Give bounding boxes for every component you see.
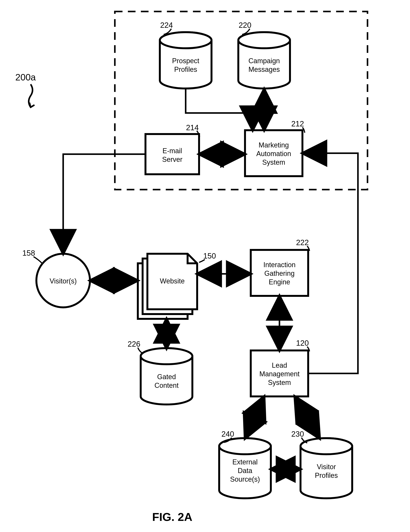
lead-mgmt-line3: System [268, 379, 291, 387]
email-server-line2: Server [162, 155, 182, 163]
website-line1: Website [160, 277, 185, 285]
gated-content-ref: 226 [128, 340, 140, 348]
ref-leader-158 [34, 256, 42, 263]
visitors-ref: 158 [22, 249, 35, 257]
external-data-line2: Data [238, 467, 252, 475]
visitor-profiles-db: Visitor Profiles [300, 438, 352, 498]
prospect-profiles-line1: Prospect [172, 57, 199, 65]
visitor-profiles-line2: Profiles [315, 472, 338, 479]
campaign-messages-line2: Messages [248, 66, 280, 73]
lead-mgmt-line1: Lead [272, 361, 287, 369]
email-server-ref: 214 [186, 123, 199, 132]
visitor-profiles-line1: Visitor [317, 463, 336, 471]
prospect-profiles-ref: 224 [160, 21, 173, 29]
external-data-line3: Source(s) [230, 475, 260, 483]
gated-content-line1: Gated [157, 373, 176, 381]
ref-leader-150 [199, 259, 205, 262]
diagram-canvas: 200a Prospect Profiles 224 Campaign Mess… [0, 0, 410, 532]
ref-leader-226 [138, 348, 143, 353]
interaction-engine-line2: Gathering [264, 269, 295, 277]
email-server-line1: E-mail [162, 147, 182, 155]
system-ref-squiggle [29, 84, 35, 107]
campaign-messages-ref: 220 [239, 21, 252, 29]
marketing-auto-line3: System [262, 158, 285, 166]
marketing-auto-line2: Automation [256, 150, 291, 158]
edge-lead-external [245, 396, 264, 438]
edge-email-to-visitors [63, 154, 145, 254]
website-ref: 150 [203, 252, 216, 260]
interaction-engine-line3: Engine [269, 278, 290, 286]
external-data-line1: External [232, 458, 258, 466]
lead-mgmt-ref: 120 [296, 339, 309, 347]
external-data-ref: 240 [222, 430, 234, 438]
external-data-db: External Data Source(s) [219, 438, 271, 498]
edge-lead-to-marketing [302, 153, 358, 373]
campaign-messages-db: Campaign Messages [238, 32, 290, 88]
lead-mgmt-line2: Management [259, 370, 299, 378]
prospect-profiles-line2: Profiles [174, 66, 197, 73]
campaign-messages-line1: Campaign [248, 57, 280, 65]
svg-point-9 [300, 438, 352, 454]
svg-point-7 [219, 438, 271, 454]
interaction-engine-line1: Interaction [263, 261, 296, 269]
gated-content-line2: Content [154, 381, 179, 389]
website-node: Website [138, 254, 197, 319]
svg-point-1 [160, 32, 212, 48]
marketing-auto-line1: Marketing [259, 141, 289, 149]
interaction-engine-ref: 222 [296, 238, 309, 247]
svg-point-3 [238, 32, 290, 48]
prospect-profiles-db: Prospect Profiles [160, 32, 212, 88]
system-ref-label: 200a [15, 72, 36, 82]
visitors-line1: Visitor(s) [50, 277, 76, 285]
marketing-auto-ref: 212 [291, 120, 304, 128]
gated-content-db: Gated Content [141, 348, 192, 404]
svg-point-5 [141, 348, 192, 364]
visitor-profiles-ref: 230 [291, 430, 304, 438]
figure-caption: FIG. 2A [152, 511, 192, 523]
